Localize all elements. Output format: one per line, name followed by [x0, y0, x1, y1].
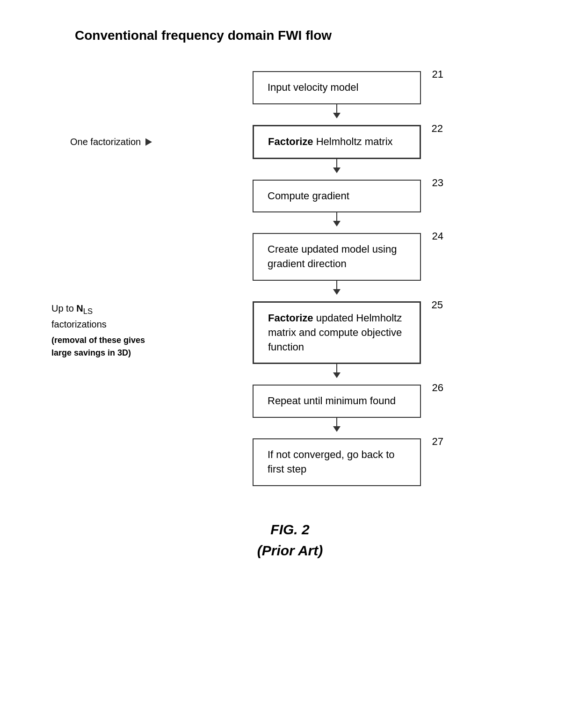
side-label-22-text: One factorization — [70, 137, 141, 147]
connector-23-24 — [336, 212, 337, 221]
connector-26-27 — [336, 418, 337, 426]
flow-row-22: One factorization Factorize Helmholtz ma… — [173, 125, 500, 159]
step-21-label: Input velocity model — [268, 81, 358, 93]
flow-row-27: If not converged, go back to first step … — [173, 438, 500, 486]
step-24-label: Create updated model using gradient dire… — [268, 243, 397, 269]
step-26-box: Repeat until minimum found 26 — [253, 385, 421, 418]
step-25-bold: Factorize — [268, 312, 313, 324]
connector-25-26 — [336, 364, 337, 372]
connector-24-25 — [336, 281, 337, 289]
figure-subtitle: (Prior Art) — [257, 540, 323, 561]
nls-upto: Up to NLS — [51, 303, 93, 313]
step-22-bold: Factorize — [268, 136, 313, 147]
arrow-26-27 — [333, 426, 341, 432]
page-title: Conventional frequency domain FWI flow — [75, 28, 332, 43]
nls-text-line2: factorizations — [51, 317, 164, 331]
flow-row-25: Up to NLS factorizations (removal of the… — [173, 301, 500, 364]
step-27-label: If not converged, go back to first step — [268, 449, 395, 475]
arrow-23-24 — [333, 221, 341, 226]
arrow-right-22 — [145, 138, 152, 146]
figure-number: FIG. 2 — [257, 519, 323, 540]
step-22-number: 22 — [432, 122, 443, 136]
flow-row-23: Compute gradient 23 — [173, 180, 500, 213]
nls-text-line1: Up to NLS — [51, 301, 164, 317]
step-25-box: Factorize updated Helmholtz matrix and c… — [253, 301, 421, 364]
side-label-22: One factorization — [70, 137, 152, 147]
step-21-number: 21 — [432, 67, 443, 82]
diagram-wrapper: Input velocity model 21 One factorizatio… — [80, 71, 500, 486]
arrow-22-23 — [333, 167, 341, 173]
step-23-number: 23 — [432, 176, 443, 190]
step-27-number: 27 — [432, 435, 443, 449]
flow-row-24: Create updated model using gradient dire… — [173, 233, 500, 281]
flow-diagram: Input velocity model 21 One factorizatio… — [173, 71, 500, 486]
arrow-21-22 — [333, 113, 341, 118]
figure-caption: FIG. 2 (Prior Art) — [257, 519, 323, 561]
step-21-box: Input velocity model 21 — [253, 71, 421, 104]
step-25-number: 25 — [432, 298, 443, 313]
connector-22-23 — [336, 159, 337, 167]
step-27-box: If not converged, go back to first step … — [253, 438, 421, 486]
side-label-25: Up to NLS factorizations (removal of the… — [51, 301, 164, 359]
arrow-24-25 — [333, 289, 341, 295]
nls-text-bold: (removal of these gives large savings in… — [51, 334, 164, 359]
connector-21-22 — [336, 104, 337, 113]
arrow-25-26 — [333, 372, 341, 378]
step-26-label: Repeat until minimum found — [268, 395, 396, 407]
flow-row-26: Repeat until minimum found 26 — [173, 385, 500, 418]
flow-row-21: Input velocity model 21 — [173, 71, 500, 104]
step-22-box: Factorize Helmholtz matrix 22 — [253, 125, 421, 159]
step-23-label: Compute gradient — [268, 190, 349, 202]
step-23-box: Compute gradient 23 — [253, 180, 421, 213]
step-24-number: 24 — [432, 229, 443, 244]
step-24-box: Create updated model using gradient dire… — [253, 233, 421, 281]
step-26-number: 26 — [432, 381, 443, 395]
step-22-rest: Helmholtz matrix — [316, 136, 393, 147]
